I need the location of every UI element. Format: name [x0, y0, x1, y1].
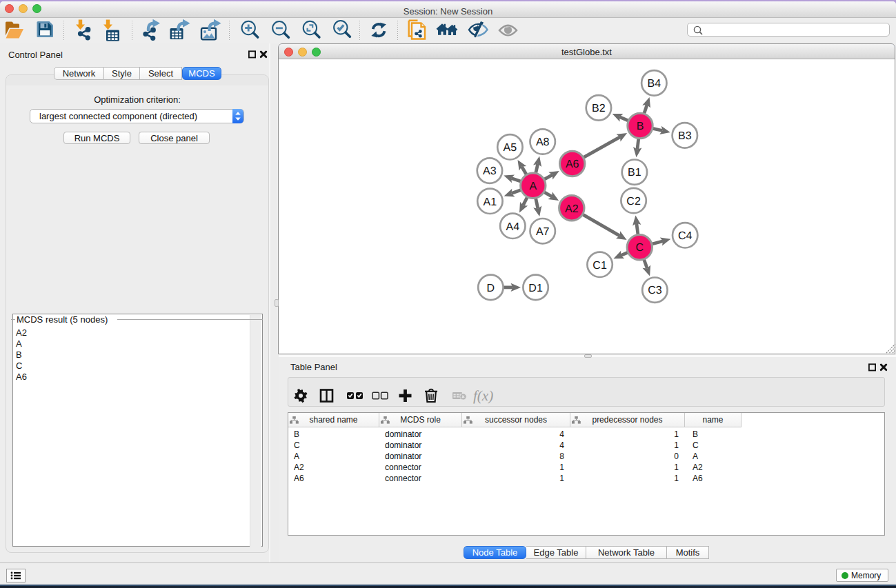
svg-text:A6: A6: [565, 159, 579, 170]
svg-text:B: B: [636, 121, 644, 132]
svg-text:A3: A3: [483, 165, 497, 177]
svg-text:B2: B2: [592, 103, 606, 114]
svg-text:A7: A7: [535, 225, 549, 237]
svg-text:C2: C2: [626, 195, 641, 207]
svg-text:A2: A2: [565, 203, 579, 214]
svg-text:A5: A5: [503, 142, 517, 154]
svg-text:C: C: [635, 242, 644, 254]
svg-text:D: D: [486, 282, 495, 294]
svg-text:B1: B1: [628, 167, 641, 179]
svg-text:C4: C4: [677, 230, 692, 242]
svg-text:D1: D1: [528, 282, 543, 294]
svg-text:f(x): f(x): [473, 387, 493, 404]
svg-text:B4: B4: [647, 78, 661, 90]
svg-text:A4: A4: [506, 221, 519, 232]
svg-text:B3: B3: [678, 130, 692, 142]
svg-text:A: A: [529, 181, 537, 192]
svg-text:A8: A8: [535, 136, 549, 148]
svg-text:C1: C1: [593, 259, 607, 271]
svg-text:C3: C3: [648, 285, 662, 296]
svg-text:A1: A1: [483, 196, 497, 207]
